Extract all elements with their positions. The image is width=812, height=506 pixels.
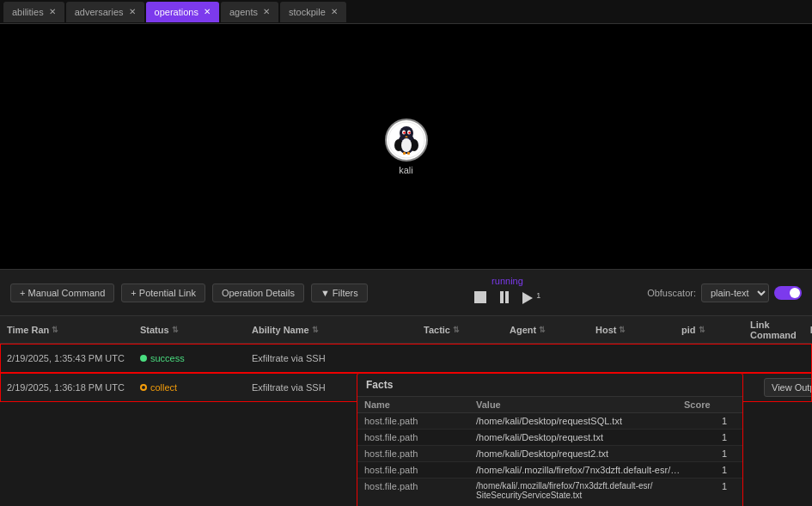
facts-row: host.file.path /home/kali/Desktop/reques… [357,446,742,462]
sort-icon-pid: ⇅ [699,326,705,334]
sort-icon-status: ⇅ [172,326,179,334]
facts-popup: Facts Name Value Score host.file.path /h… [357,373,743,506]
stop-button[interactable] [471,290,490,308]
svg-point-7 [408,131,410,133]
svg-rect-13 [407,152,410,155]
tab-agents[interactable]: agents ✕ [221,2,278,22]
tab-abilities[interactable]: abilities ✕ [3,2,64,22]
tab-adversaries-close[interactable]: ✕ [129,8,136,16]
facts-header: Facts [357,374,742,397]
svg-point-6 [403,131,405,133]
tab-abilities-close[interactable]: ✕ [49,8,56,16]
th-status[interactable]: Status ⇅ [133,325,245,335]
facts-table-header: Name Value Score [357,397,742,413]
agent-icon [385,119,428,162]
tab-operations-label: operations [155,7,198,17]
facts-row: host.file.path /home/kali/Desktop/reques… [357,430,742,446]
tab-operations[interactable]: operations ✕ [146,2,219,22]
td-link-output-1: View Output ↗ [757,378,812,397]
status-success-badge: success [140,353,238,363]
facts-row: host.file.path /home/kali/.mozilla/firef… [357,462,742,479]
td-ability-0: Exfiltrate via SSH [245,353,417,363]
view-output-button[interactable]: View Output ↗ [764,378,812,397]
status-dot-collect [140,384,147,391]
sort-icon-time: ⇅ [52,326,58,334]
table-row[interactable]: 2/19/2025, 1:36:18 PM UTC collect Exfilt… [0,373,812,402]
stop-icon [474,291,486,303]
pause-button[interactable] [497,290,512,308]
filters-button[interactable]: ▼ Filters [311,283,368,302]
tab-adversaries[interactable]: adversaries ✕ [66,2,144,22]
tab-adversaries-label: adversaries [75,7,124,17]
tab-agents-label: agents [229,7,258,17]
agent-label: kali [399,165,413,175]
main-table-wrapper: Time Ran ⇅ Status ⇅ Ability Name ⇅ Tacti… [0,316,812,506]
graph-area: kali [0,24,812,269]
tab-stockpile-label: stockpile [289,7,326,17]
td-status-1: collect [133,382,245,393]
table-header: Time Ran ⇅ Status ⇅ Ability Name ⇅ Tacti… [0,316,812,344]
agent-node-kali[interactable]: kali [385,119,428,175]
sort-icon-host: ⇅ [619,326,626,334]
tab-stockpile[interactable]: stockpile ✕ [280,2,346,22]
play-icon [522,292,533,304]
status-collect-badge: collect [140,382,238,393]
facts-th-value: Value [476,399,684,410]
tab-stockpile-close[interactable]: ✕ [331,8,338,16]
operation-details-button[interactable]: Operation Details [212,283,304,302]
th-tactic[interactable]: Tactic ⇅ [417,325,503,335]
tab-bar: abilities ✕ adversaries ✕ operations ✕ a… [0,0,812,24]
th-link-command: Link Command [743,320,803,340]
svg-point-3 [400,126,413,140]
playback-controls: 1 [471,290,544,308]
facts-th-name: Name [364,399,476,410]
facts-row: host.file.path /home/kali/.mozilla/firef… [357,479,742,506]
sort-icon-agent: ⇅ [539,326,546,334]
tab-operations-close[interactable]: ✕ [204,8,211,16]
obfuscator-select[interactable]: plain-text [701,283,769,302]
th-link-output: Link Output [803,325,812,335]
potential-link-button[interactable]: + Potential Link [121,283,205,302]
manual-command-button[interactable]: + Manual Command [10,283,114,302]
td-time-0: 2/19/2025, 1:35:43 PM UTC [0,353,133,363]
obfuscator-section: Obfuscator: plain-text [647,283,802,302]
facts-th-score: Score [684,399,736,410]
th-ability-name[interactable]: Ability Name ⇅ [245,325,417,335]
td-time-1: 2/19/2025, 1:36:18 PM UTC [0,382,133,393]
svg-rect-12 [403,152,406,155]
playback-section: running 1 [375,276,640,308]
obfuscator-label: Obfuscator: [647,288,696,298]
th-time-ran[interactable]: Time Ran ⇅ [0,325,133,335]
th-pid[interactable]: pid ⇅ [675,325,743,335]
tab-abilities-label: abilities [12,7,44,17]
pause-icon [500,291,509,303]
table-row[interactable]: 2/19/2025, 1:35:43 PM UTC success Exfilt… [0,344,812,373]
toggle-switch[interactable] [774,286,802,300]
svg-point-11 [401,138,412,152]
facts-row: host.file.path /home/kali/Desktop/reques… [357,413,742,430]
running-status: running [491,276,523,286]
td-status-0: success [133,353,245,363]
play-button[interactable]: 1 [519,290,544,308]
sort-icon-ability: ⇅ [312,326,319,334]
status-dot-success [140,355,147,362]
th-host[interactable]: Host ⇅ [589,325,675,335]
table-container: Time Ran ⇅ Status ⇅ Ability Name ⇅ Tacti… [0,316,812,506]
th-agent[interactable]: Agent ⇅ [503,325,589,335]
sort-icon-tactic: ⇅ [453,326,460,334]
tab-agents-close[interactable]: ✕ [263,8,270,16]
controls-bar: + Manual Command + Potential Link Operat… [0,269,812,316]
